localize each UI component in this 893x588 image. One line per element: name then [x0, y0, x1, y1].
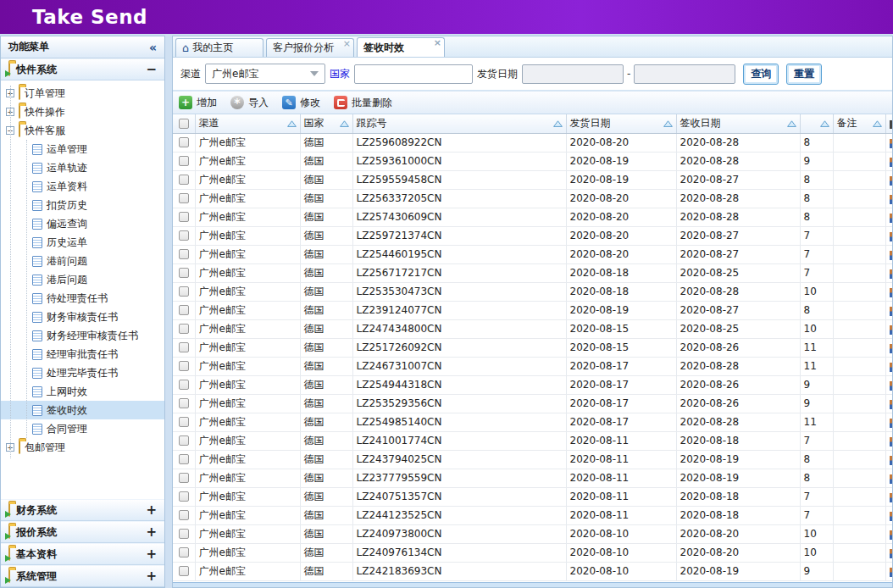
sidebar-section-基本资料[interactable]: 基本资料+ — [1, 543, 164, 565]
sort-icon[interactable] — [553, 120, 563, 127]
sidebar-section-财务系统[interactable]: 财务系统+ — [1, 499, 164, 521]
row-checkbox[interactable] — [179, 193, 189, 203]
table-row[interactable]: 广州e邮宝德国LZ254985140CN2020-08-172020-08-28… — [173, 413, 892, 431]
sidebar-item-港前问题[interactable]: 港前问题 — [1, 252, 164, 270]
table-row[interactable]: 广州e邮宝德国LZ240976134CN2020-08-102020-08-20… — [173, 543, 892, 562]
reset-button[interactable]: 重置 — [786, 64, 822, 85]
collapse-minus-icon[interactable]: − — [146, 62, 157, 77]
table-row[interactable]: 广州e邮宝德国LZ259559458CN2020-08-192020-08-27… — [173, 170, 892, 189]
expand-plus-icon[interactable]: + — [146, 546, 157, 562]
row-checkbox[interactable] — [179, 175, 189, 185]
close-tab-icon[interactable]: × — [343, 39, 351, 48]
sidebar-section-报价系统[interactable]: 报价系统+ — [1, 521, 164, 543]
sidebar-item-运单管理[interactable]: 运单管理 — [1, 140, 164, 158]
sidebar-item-历史运单[interactable]: 历史运单 — [1, 233, 164, 252]
batch-delete-button[interactable]: 批量删除 — [334, 96, 392, 110]
expand-plus-icon[interactable]: + — [146, 502, 157, 518]
table-row[interactable]: 广州e邮宝德国LZ254460195CN2020-08-202020-08-27… — [173, 245, 892, 263]
table-row[interactable]: 广州e邮宝德国LZ240751357CN2020-08-112020-08-18… — [173, 487, 892, 506]
table-row[interactable]: 广州e邮宝德国LZ251726092CN2020-08-152020-08-26… — [173, 338, 892, 357]
sort-icon[interactable] — [287, 120, 297, 127]
column-header-国家[interactable]: 国家 — [300, 114, 352, 133]
row-checkbox[interactable] — [179, 491, 189, 502]
table-row[interactable]: 广州e邮宝德国LZ240973800CN2020-08-102020-08-20… — [173, 524, 892, 543]
row-checkbox[interactable] — [179, 361, 189, 371]
row-checkbox[interactable] — [179, 417, 189, 427]
tab-2[interactable]: 客户报价分析× — [266, 38, 354, 57]
table-row[interactable]: 广州e邮宝德国LZ254944318CN2020-08-172020-08-26… — [173, 375, 892, 394]
sidebar-item-港后问题[interactable]: 港后问题 — [1, 270, 164, 289]
table-row[interactable]: 广州e邮宝德国LZ259361000CN2020-08-192020-08-28… — [173, 152, 892, 170]
expand-plus-icon[interactable]: + — [146, 569, 157, 584]
table-row[interactable]: 广州e邮宝德国LZ253529356CN2020-08-172020-08-26… — [173, 394, 892, 413]
sort-icon[interactable] — [340, 120, 349, 127]
tab-3[interactable]: 签收时效× — [357, 37, 445, 57]
row-checkbox[interactable] — [179, 305, 189, 315]
collapse-sidebar-icon[interactable]: « — [149, 41, 157, 54]
expand-plus-icon[interactable]: + — [146, 524, 157, 540]
table-row[interactable]: 广州e邮宝德国LZ244123525CN2020-08-112020-08-18… — [173, 506, 892, 524]
row-checkbox[interactable] — [179, 342, 189, 352]
row-checkbox[interactable] — [179, 137, 189, 147]
column-header-渠道[interactable]: 渠道 — [195, 114, 300, 133]
table-row[interactable]: 广州e邮宝德国LZ253530473CN2020-08-182020-08-28… — [173, 282, 892, 301]
table-row[interactable]: 广州e邮宝德国LZ239124077CN2020-08-192020-08-27… — [173, 301, 892, 319]
row-checkbox[interactable] — [179, 380, 189, 390]
sort-icon[interactable] — [663, 120, 673, 127]
row-checkbox[interactable] — [179, 324, 189, 334]
select-all-checkbox[interactable] — [179, 119, 189, 129]
channel-select[interactable]: 广州e邮宝 — [205, 64, 325, 84]
sort-icon[interactable] — [787, 120, 796, 127]
sidebar-item-待处理责任书[interactable]: 待处理责任书 — [1, 289, 164, 308]
table-row[interactable]: 广州e邮宝德国LZ247434800CN2020-08-152020-08-25… — [173, 319, 892, 338]
sidebar-item-扣货历史[interactable]: 扣货历史 — [1, 196, 164, 214]
row-checkbox[interactable] — [179, 249, 189, 259]
table-row[interactable]: 广州e邮宝德国LZ257430609CN2020-08-202020-08-28… — [173, 208, 892, 226]
sort-icon[interactable] — [820, 120, 829, 127]
row-checkbox[interactable] — [179, 286, 189, 297]
row-checkbox[interactable] — [179, 230, 189, 241]
row-checkbox[interactable] — [179, 529, 189, 539]
sidebar-item-上网时效[interactable]: 上网时效 — [1, 382, 164, 401]
row-checkbox[interactable] — [179, 435, 189, 446]
sidebar-item-运单资料[interactable]: 运单资料 — [1, 177, 164, 196]
tree-folder-快件客服[interactable]: −快件客服 — [1, 121, 164, 140]
column-header-days[interactable] — [800, 114, 833, 133]
close-tab-icon[interactable]: × — [434, 38, 441, 47]
sidebar-item-合同管理[interactable]: 合同管理 — [1, 419, 164, 438]
ship-date-from-input[interactable] — [522, 64, 624, 84]
country-input[interactable] — [354, 64, 473, 84]
sidebar-item-运单轨迹[interactable]: 运单轨迹 — [1, 158, 164, 177]
table-row[interactable]: 广州e邮宝德国LZ246731007CN2020-08-172020-08-28… — [173, 357, 892, 375]
table-row[interactable]: 广州e邮宝德国LZ241001774CN2020-08-112020-08-18… — [173, 431, 892, 450]
import-button[interactable]: *导入 — [230, 96, 269, 110]
column-header-发货日期[interactable]: 发货日期 — [566, 114, 676, 133]
sidebar-item-财务经理审核责任书[interactable]: 财务经理审核责任书 — [1, 326, 164, 345]
row-checkbox[interactable] — [179, 566, 189, 576]
sidebar-item-偏远查询[interactable]: 偏远查询 — [1, 214, 164, 233]
sidebar-section-express-system[interactable]: 快件系统 − — [1, 58, 164, 80]
sidebar-item-处理完毕责任书[interactable]: 处理完毕责任书 — [1, 363, 164, 382]
search-button[interactable]: 查询 — [743, 64, 779, 85]
column-header-跟踪号[interactable]: 跟踪号 — [352, 114, 566, 133]
row-checkbox[interactable] — [179, 473, 189, 483]
column-header-签收日期[interactable]: 签收日期 — [676, 114, 800, 133]
row-checkbox[interactable] — [179, 212, 189, 222]
sidebar-item-签收时效[interactable]: 签收时效 — [1, 401, 164, 419]
tree-folder-订单管理[interactable]: +订单管理 — [1, 84, 164, 103]
table-row[interactable]: 广州e邮宝德国LZ256717217CN2020-08-182020-08-25… — [173, 263, 892, 282]
row-checkbox[interactable] — [179, 398, 189, 408]
add-button[interactable]: +增加 — [179, 96, 217, 110]
ship-date-to-input[interactable] — [634, 64, 735, 84]
sidebar-item-财务审核责任书[interactable]: 财务审核责任书 — [1, 308, 164, 326]
column-header-备注[interactable]: 备注 — [833, 114, 885, 133]
sort-icon[interactable] — [873, 120, 882, 127]
edit-button[interactable]: ✎修改 — [282, 96, 320, 110]
table-row[interactable]: 广州e邮宝德国LZ243794025CN2020-08-112020-08-19… — [173, 450, 892, 469]
table-row[interactable]: 广州e邮宝德国LZ242183693CN2020-08-102020-08-19… — [173, 562, 892, 580]
table-row[interactable]: 广州e邮宝德国LZ237779559CN2020-08-112020-08-19… — [173, 469, 892, 487]
row-checkbox[interactable] — [179, 268, 189, 278]
row-checkbox[interactable] — [179, 510, 189, 520]
tree-folder-包邮管理[interactable]: +包邮管理 — [1, 438, 164, 457]
tree-folder-快件操作[interactable]: +快件操作 — [1, 103, 164, 121]
